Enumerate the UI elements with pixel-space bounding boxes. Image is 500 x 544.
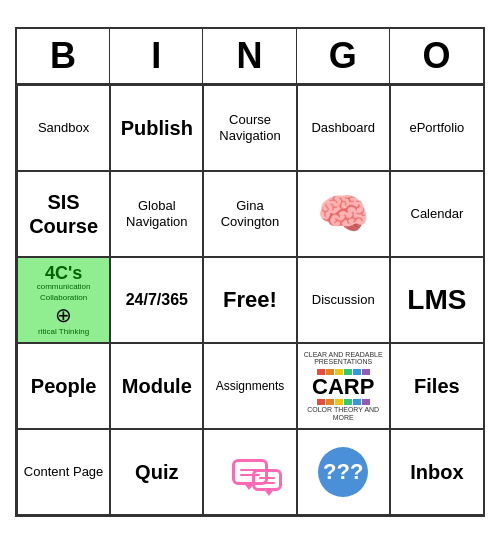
cell-calendar: Calendar [390,171,483,257]
cell-lms: LMS [390,257,483,343]
cell-brain: 🧠 [297,171,390,257]
cell-content-page: Content Page [17,429,110,515]
cell-carp: CLEAR AND READABLE PRESENTATIONS CARP [297,343,390,429]
cell-module: Module [110,343,203,429]
carp-header: CLEAR AND READABLE PRESENTATIONS [302,351,385,366]
letter-n: N [203,29,296,83]
bingo-header: B I N G O [17,29,483,85]
color-bars2 [317,399,370,405]
cell-sandbox: Sandbox [17,85,110,171]
chat-icon [232,459,268,486]
4cs-icon: ⊕ [55,303,72,327]
cell-free: Free! [203,257,296,343]
cell-eportfolio: ePortfolio [390,85,483,171]
letter-b: B [17,29,110,83]
carp-footer: COLOR THEORY AND MORE [302,406,385,421]
cell-discussion: Discussion [297,257,390,343]
4cs-box: 4C's communication Collaboration ⊕ ritic… [20,260,107,340]
cell-chat [203,429,296,515]
bingo-card: B I N G O Sandbox Publish Course Navigat… [15,27,485,517]
4cs-words2: ritical Thinking [38,327,89,337]
4cs-title: 4C's [45,264,82,282]
cell-course-navigation: Course Navigation [203,85,296,171]
cell-files: Files [390,343,483,429]
4cs-words: communication Collaboration [20,282,107,303]
cell-dashboard: Dashboard [297,85,390,171]
brain-icon: 🧠 [317,189,369,239]
cell-question: ??? [297,429,390,515]
carp-text: CARP [312,376,374,398]
letter-o: O [390,29,483,83]
bingo-grid: Sandbox Publish Course Navigation Dashbo… [17,85,483,515]
letter-g: G [297,29,390,83]
cell-gina-covington: Gina Covington [203,171,296,257]
cell-4cs: 4C's communication Collaboration ⊕ ritic… [17,257,110,343]
cell-inbox: Inbox [390,429,483,515]
carp-container: CLEAR AND READABLE PRESENTATIONS CARP [302,351,385,422]
cell-publish: Publish [110,85,203,171]
cell-assignments: Assignments [203,343,296,429]
cell-sis-course: SIS Course [17,171,110,257]
letter-i: I [110,29,203,83]
question-circle-icon: ??? [318,447,368,497]
cell-quiz: Quiz [110,429,203,515]
cell-24-7: 24/7/365 [110,257,203,343]
cell-people: People [17,343,110,429]
cell-global-navigation: Global Navigation [110,171,203,257]
